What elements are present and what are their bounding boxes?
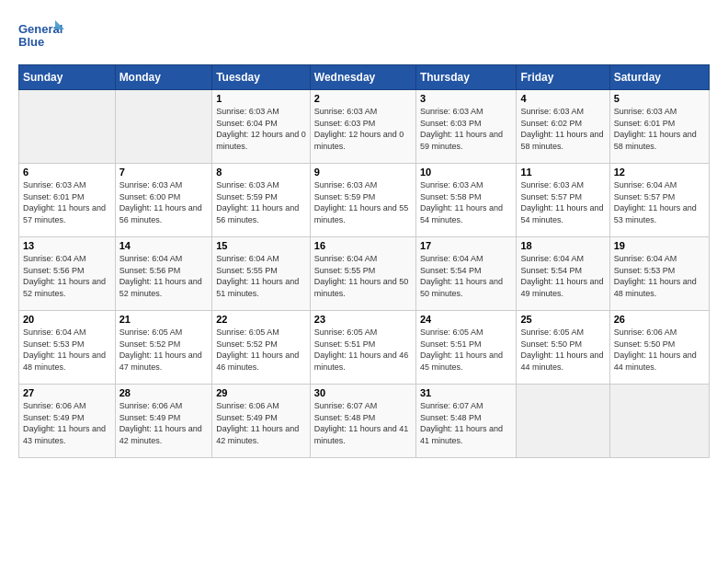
calendar-cell: 6Sunrise: 6:03 AMSunset: 6:01 PMDaylight… [19,164,116,237]
day-number: 27 [23,387,111,398]
day-info: Sunrise: 6:05 AMSunset: 5:51 PMDaylight:… [420,327,512,373]
calendar-cell: 19Sunrise: 6:04 AMSunset: 5:53 PMDayligh… [609,237,709,311]
day-number: 3 [420,93,512,104]
day-info: Sunrise: 6:03 AMSunset: 6:02 PMDaylight:… [520,106,605,152]
calendar-cell: 2Sunrise: 6:03 AMSunset: 6:03 PMDaylight… [310,90,415,164]
day-number: 21 [119,314,209,325]
day-number: 29 [216,387,306,398]
day-number: 18 [520,240,605,251]
calendar-cell: 5Sunrise: 6:03 AMSunset: 6:01 PMDaylight… [609,90,709,164]
day-number: 9 [314,167,412,178]
day-info: Sunrise: 6:04 AMSunset: 5:53 PMDaylight:… [23,327,111,373]
calendar-cell [517,385,609,458]
day-number: 24 [420,314,512,325]
calendar-week-row: 13Sunrise: 6:04 AMSunset: 5:56 PMDayligh… [19,237,710,311]
day-number: 2 [314,93,412,104]
calendar-cell: 22Sunrise: 6:05 AMSunset: 5:52 PMDayligh… [212,311,311,385]
day-number: 30 [314,387,412,398]
day-info: Sunrise: 6:03 AMSunset: 6:00 PMDaylight:… [119,179,209,225]
day-info: Sunrise: 6:03 AMSunset: 6:03 PMDaylight:… [420,106,512,152]
weekday-header-saturday: Saturday [609,65,709,90]
day-info: Sunrise: 6:03 AMSunset: 6:01 PMDaylight:… [614,106,705,152]
calendar-cell: 20Sunrise: 6:04 AMSunset: 5:53 PMDayligh… [19,311,116,385]
calendar-week-row: 20Sunrise: 6:04 AMSunset: 5:53 PMDayligh… [19,311,710,385]
day-info: Sunrise: 6:03 AMSunset: 5:58 PMDaylight:… [420,179,512,225]
calendar-cell: 12Sunrise: 6:04 AMSunset: 5:57 PMDayligh… [609,164,709,237]
day-number: 4 [520,93,605,104]
day-info: Sunrise: 6:03 AMSunset: 6:01 PMDaylight:… [23,179,111,225]
calendar-cell: 14Sunrise: 6:04 AMSunset: 5:56 PMDayligh… [115,237,212,311]
day-info: Sunrise: 6:04 AMSunset: 5:55 PMDaylight:… [314,253,412,299]
day-number: 11 [520,167,605,178]
weekday-header-tuesday: Tuesday [212,65,311,90]
calendar-cell: 21Sunrise: 6:05 AMSunset: 5:52 PMDayligh… [115,311,212,385]
day-info: Sunrise: 6:07 AMSunset: 5:48 PMDaylight:… [420,400,512,446]
calendar-cell: 18Sunrise: 6:04 AMSunset: 5:54 PMDayligh… [517,237,609,311]
day-number: 12 [614,167,705,178]
day-info: Sunrise: 6:04 AMSunset: 5:57 PMDaylight:… [614,179,705,225]
day-number: 14 [119,240,209,251]
calendar-cell: 3Sunrise: 6:03 AMSunset: 6:03 PMDaylight… [415,90,516,164]
day-info: Sunrise: 6:03 AMSunset: 6:03 PMDaylight:… [314,106,412,152]
day-number: 17 [420,240,512,251]
day-info: Sunrise: 6:05 AMSunset: 5:50 PMDaylight:… [520,327,605,373]
day-info: Sunrise: 6:03 AMSunset: 5:59 PMDaylight:… [216,179,306,225]
weekday-header-sunday: Sunday [19,65,116,90]
day-number: 26 [614,314,705,325]
day-number: 8 [216,167,306,178]
day-number: 16 [314,240,412,251]
day-number: 25 [520,314,605,325]
calendar-cell: 24Sunrise: 6:05 AMSunset: 5:51 PMDayligh… [415,311,516,385]
logo-svg: General Blue [18,18,64,55]
calendar-week-row: 6Sunrise: 6:03 AMSunset: 6:01 PMDaylight… [19,164,710,237]
day-info: Sunrise: 6:05 AMSunset: 5:52 PMDaylight:… [216,327,306,373]
day-info: Sunrise: 6:03 AMSunset: 6:04 PMDaylight:… [216,106,306,152]
day-number: 28 [119,387,209,398]
calendar-cell [115,90,212,164]
calendar-cell: 31Sunrise: 6:07 AMSunset: 5:48 PMDayligh… [415,385,516,458]
calendar-cell: 15Sunrise: 6:04 AMSunset: 5:55 PMDayligh… [212,237,311,311]
day-info: Sunrise: 6:03 AMSunset: 5:57 PMDaylight:… [520,179,605,225]
day-info: Sunrise: 6:04 AMSunset: 5:54 PMDaylight:… [520,253,605,299]
day-number: 23 [314,314,412,325]
weekday-header-wednesday: Wednesday [310,65,415,90]
day-number: 19 [614,240,705,251]
calendar-table: SundayMondayTuesdayWednesdayThursdayFrid… [18,64,710,458]
calendar-cell: 30Sunrise: 6:07 AMSunset: 5:48 PMDayligh… [310,385,415,458]
day-info: Sunrise: 6:07 AMSunset: 5:48 PMDaylight:… [314,400,412,446]
day-info: Sunrise: 6:04 AMSunset: 5:55 PMDaylight:… [216,253,306,299]
calendar-cell: 28Sunrise: 6:06 AMSunset: 5:49 PMDayligh… [115,385,212,458]
weekday-header-monday: Monday [115,65,212,90]
weekday-header-friday: Friday [517,65,609,90]
calendar-cell [19,90,116,164]
calendar-cell: 8Sunrise: 6:03 AMSunset: 5:59 PMDaylight… [212,164,311,237]
svg-text:Blue: Blue [18,35,44,49]
day-info: Sunrise: 6:06 AMSunset: 5:49 PMDaylight:… [216,400,306,446]
calendar-cell: 9Sunrise: 6:03 AMSunset: 5:59 PMDaylight… [310,164,415,237]
day-info: Sunrise: 6:06 AMSunset: 5:49 PMDaylight:… [119,400,209,446]
day-info: Sunrise: 6:06 AMSunset: 5:50 PMDaylight:… [614,327,705,373]
calendar-cell [609,385,709,458]
day-info: Sunrise: 6:05 AMSunset: 5:52 PMDaylight:… [119,327,209,373]
calendar-cell: 25Sunrise: 6:05 AMSunset: 5:50 PMDayligh… [517,311,609,385]
day-number: 7 [119,167,209,178]
day-number: 10 [420,167,512,178]
page-header: General Blue [18,18,710,55]
day-info: Sunrise: 6:04 AMSunset: 5:56 PMDaylight:… [23,253,111,299]
day-number: 15 [216,240,306,251]
weekday-header-row: SundayMondayTuesdayWednesdayThursdayFrid… [19,65,710,90]
calendar-cell: 27Sunrise: 6:06 AMSunset: 5:49 PMDayligh… [19,385,116,458]
day-number: 22 [216,314,306,325]
calendar-week-row: 1Sunrise: 6:03 AMSunset: 6:04 PMDaylight… [19,90,710,164]
calendar-cell: 10Sunrise: 6:03 AMSunset: 5:58 PMDayligh… [415,164,516,237]
day-info: Sunrise: 6:03 AMSunset: 5:59 PMDaylight:… [314,179,412,225]
calendar-cell: 17Sunrise: 6:04 AMSunset: 5:54 PMDayligh… [415,237,516,311]
calendar-cell: 1Sunrise: 6:03 AMSunset: 6:04 PMDaylight… [212,90,311,164]
day-info: Sunrise: 6:05 AMSunset: 5:51 PMDaylight:… [314,327,412,373]
day-number: 13 [23,240,111,251]
day-number: 6 [23,167,111,178]
calendar-cell: 23Sunrise: 6:05 AMSunset: 5:51 PMDayligh… [310,311,415,385]
logo: General Blue [18,18,64,55]
day-number: 31 [420,387,512,398]
calendar-cell: 7Sunrise: 6:03 AMSunset: 6:00 PMDaylight… [115,164,212,237]
